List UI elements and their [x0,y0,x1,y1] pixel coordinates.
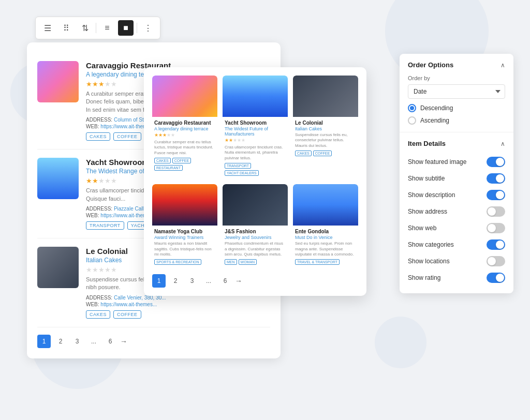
tag: TRANSPORT [86,221,124,230]
page-button-2[interactable]: 2 [54,335,67,348]
toggle-rating-row: Show rating [408,269,505,286]
grid-item-stars: ★★★★★ [225,138,286,143]
grid-item-image [223,184,288,226]
list-view-button[interactable]: ☰ [40,20,55,36]
ascending-radio[interactable]: Ascending [408,116,505,125]
tag: CAKES [86,310,110,319]
toggle-thumb [496,158,504,166]
subtitle-label: Show subtitle [408,175,445,182]
web-label: Show web [408,224,436,232]
grid-item-title: Ente Gondola [295,229,356,234]
toggle-track [487,273,505,283]
grid-item-desc: Cras ullamcorper tincidunt cras. Nulla e… [225,145,286,161]
categories-label: Show categories [408,241,454,248]
item-tags: CAKES COFFEE [86,310,270,319]
subtitle-toggle[interactable] [487,173,505,184]
order-button[interactable]: ⇅ [77,20,93,36]
featured-image-label: Show featured image [408,158,466,166]
address-toggle[interactable] [487,206,505,217]
page-button-3[interactable]: 3 [70,335,84,348]
toggle-track [487,223,505,233]
grid-pagination: 1 2 3 ... 6 → [152,274,358,288]
grid-item-desc: Phasellus condimentum et risus a digniss… [225,241,286,257]
ascending-label: Ascending [420,117,449,124]
item-image [37,158,79,199]
fill-button[interactable]: ■ [118,20,134,36]
grid-page-ellipsis: ... [202,274,215,288]
grid-item-desc: Sed eu turpis neque. Proin non magna ant… [295,241,356,257]
tag: COFFEE [113,132,141,141]
sort-radio-group: Descending Ascending [408,104,505,125]
grid-page-button-2[interactable]: 2 [169,274,182,288]
grid-item-title: Namaste Yoga Club [154,229,215,234]
grid-item-desc: Curabitur semper erat eu tellus luctus, … [154,140,215,156]
ascending-radio-circle [408,116,416,125]
rating-toggle[interactable] [487,273,505,283]
grid-item-subtitle: A legendary dining terrace [154,126,215,131]
toggle-track [487,256,505,266]
toggle-featured-image-row: Show featured image [408,154,505,170]
toggle-track [487,206,505,217]
grid-page-button-1[interactable]: 1 [152,274,166,288]
locations-label: Show locations [408,258,450,265]
toggle-track [487,239,505,250]
categories-toggle[interactable] [487,239,505,250]
gtag: COFFEE [313,151,332,156]
locations-toggle[interactable] [487,256,505,266]
descending-label: Descending [420,104,453,112]
item-details-header: Item Details ∧ [408,140,505,147]
item-image [37,61,79,102]
toggle-address-row: Show address [408,203,505,220]
item-details-title: Item Details [408,140,446,147]
grid-items-container: Caravaggio Restaurant A legendary dining… [152,76,358,268]
grid-item-image [152,76,217,117]
gtag: CAKES [154,158,171,163]
grid-item-image [223,76,288,117]
toggle-track [487,190,505,200]
gtag: COFFEE [172,158,191,163]
toggle-locations-row: Show locations [408,253,505,269]
grid-item-desc: Suspendisse cursus felis eu, consectetur… [295,132,356,148]
description-label: Show description [408,191,455,199]
grid-item-tags: TRAVEL & TRANSPORT [295,259,356,265]
toggle-thumb [488,257,496,265]
text-align-button[interactable]: ≡ [99,20,115,36]
grid-page-button-3[interactable]: 3 [185,274,199,288]
grid-dots-button[interactable]: ⠿ [58,20,74,36]
gtag: SPORTS & RECREATION [154,259,201,265]
page-button-1[interactable]: 1 [37,335,51,348]
gtag: CAKES [295,151,312,156]
grid-item: Namaste Yoga Club Award Winning Trainers… [152,184,217,268]
order-section-title: Order Options [408,61,453,69]
grid-page-button-6[interactable]: 6 [218,274,232,288]
grid-item-info: Yacht Showroom The Widest Future of Manu… [223,117,288,179]
grid-item-subtitle: Italian Cakes [295,126,356,131]
page-next-arrow[interactable]: → [120,337,127,346]
grid-item-info: Caravaggio Restaurant A legendary dining… [152,117,217,174]
more-options-button[interactable]: ⋮ [140,20,156,36]
page-button-6[interactable]: 6 [104,335,117,348]
gtag: WOMAN [239,259,257,265]
order-section-header: Order Options ∧ [408,61,505,69]
gtag: MEN [225,259,237,265]
gtag: RESTAURANT [154,165,183,171]
grid-item-info: Namaste Yoga Club Award Winning Trainers… [152,226,217,268]
description-toggle[interactable] [487,190,505,200]
grid-item-tags: TRANSPORT YACHT DEALERS [225,163,286,176]
grid-item-stars: ★★★★★ [154,132,215,138]
gtag: TRAVEL & TRANSPORT [295,259,340,265]
grid-item: Le Colonial Italian Cakes Suspendisse cu… [293,76,358,179]
order-options-panel: Order Options ∧ Order by Date Title Rati… [400,54,513,293]
grid-item-image [293,184,358,226]
grid-page-next-arrow[interactable]: → [235,277,242,285]
toggle-thumb [488,207,496,216]
grid-item-subtitle: The Widest Future of Manufacturers [225,126,286,137]
featured-image-toggle[interactable] [487,157,505,167]
item-web: WEB: https://www.ait-themes... [86,302,270,307]
grid-item-title: J&S Fashion [225,229,286,234]
order-by-select[interactable]: Date Title Rating Random [408,84,505,99]
grid-item: J&S Fashion Jewelry and Souvenirs Phasel… [223,184,288,268]
grid-item-subtitle: Must Do in Venice [295,235,356,240]
web-toggle[interactable] [487,223,505,233]
descending-radio[interactable]: Descending [408,104,505,112]
